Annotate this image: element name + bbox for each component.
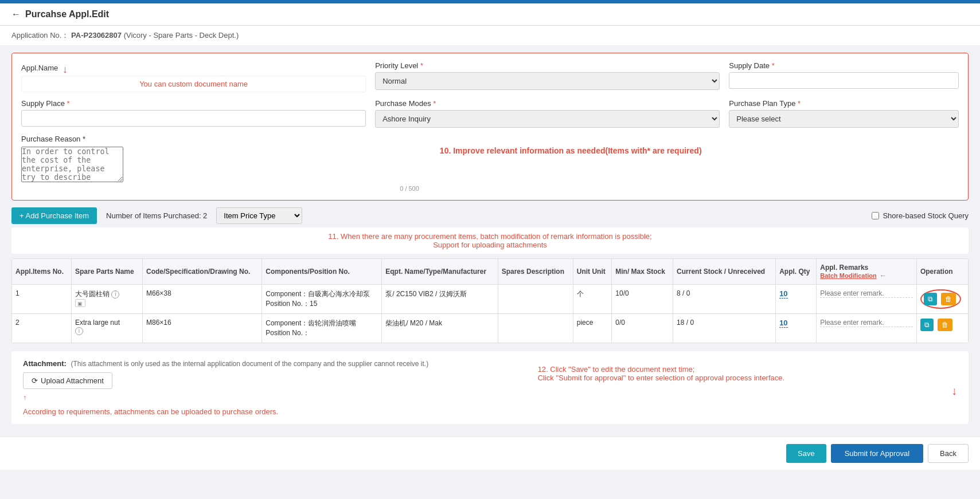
th-unit: Unit Unit <box>573 259 612 285</box>
purchase-plan-type-select[interactable]: Please select Plan A Plan B <box>729 110 959 128</box>
row1-eqpt: 泵/ 2C150 VIB2 / 汉姆沃斯 <box>382 285 498 314</box>
supply-date-label: Supply Date * <box>729 61 959 70</box>
row2-component: Component：齿轮润滑油喷嘴 Position No.： <box>262 314 382 343</box>
supply-place-input[interactable] <box>21 110 366 127</box>
row2-code: M86×16 <box>142 314 261 343</box>
th-min-max-stock: Min/ Max Stock <box>612 259 673 285</box>
table-row: 1 大号圆柱销 i ▣ M66×38 Component：自吸离心海水冷却泵 P… <box>12 285 969 314</box>
app-info: Application No.： PA-P23062807 (Vicory - … <box>0 26 980 46</box>
back-button[interactable]: Back <box>928 444 969 463</box>
info-icon[interactable]: i <box>111 290 119 298</box>
row2-min-max: 0/0 <box>612 314 673 343</box>
row2-delete-button[interactable]: 🗑 <box>938 319 952 331</box>
row1-appl-qty: 10 <box>776 285 817 314</box>
th-components-pos: Components/Position No. <box>262 259 382 285</box>
shore-stock-label: Shore-based Stock Query <box>883 211 969 220</box>
purchase-modes-select[interactable]: Ashore Inquiry On-board Purchase Other <box>375 110 720 128</box>
th-spares-desc: Spares Description <box>498 259 573 285</box>
row1-unit: 个 <box>573 285 612 314</box>
app-extra: (Vicory - Spare Parts - Deck Dept.) <box>124 31 239 40</box>
items-table: Appl.Items No. Spare Parts Name Code/Spe… <box>11 258 969 343</box>
row2-remark[interactable] <box>817 314 917 343</box>
note-12: 12. Click "Save" to edit the document ne… <box>538 365 957 398</box>
row2-no: 2 <box>12 314 72 343</box>
row1-code: M66×38 <box>142 285 261 314</box>
form-section: Appl.Name ↓ You can custom document name… <box>11 53 969 201</box>
supply-date-input[interactable]: 2023-07-28 <box>729 72 959 89</box>
shore-stock-checkbox[interactable] <box>872 212 879 219</box>
purchase-plan-type-label: Purchase Plan Type * <box>729 99 959 108</box>
priority-level-select[interactable]: Normal Urgent Very Urgent <box>375 72 720 90</box>
app-no: PA-P23062807 <box>71 31 122 40</box>
th-appl-remarks: Appl. Remarks Batch Modification ← <box>817 259 917 285</box>
th-current-stock: Current Stock / Unreceived <box>673 259 776 285</box>
bottom-note: According to requirements, attachments c… <box>23 407 526 416</box>
th-eqpt-name: Eqpt. Name/Type/Manufacturer <box>382 259 498 285</box>
row1-copy-button[interactable]: ⧉ <box>924 293 937 305</box>
table-row: 2 Extra large nut i M86×16 Component：齿轮润… <box>12 314 969 343</box>
save-button[interactable]: Save <box>786 444 826 463</box>
purchase-modes-label: Purchase Modes * <box>375 99 720 108</box>
attachment-note: (This attachment is only used as the int… <box>71 360 428 368</box>
image-icon[interactable]: ▣ <box>75 299 85 307</box>
row2-spare-parts: Extra large nut i <box>71 314 142 343</box>
row1-spares-desc <box>498 285 573 314</box>
row1-spare-parts: 大号圆柱销 i ▣ <box>71 285 142 314</box>
custom-name-hint: You can custom document name <box>21 76 366 92</box>
batch-modification-link[interactable]: Batch Modification <box>820 272 876 279</box>
th-appl-qty: Appl. Qty <box>776 259 817 285</box>
purchase-reason-label: Purchase Reason * <box>21 135 419 143</box>
row1-component: Component：自吸离心海水冷却泵 Position No.：15 <box>262 285 382 314</box>
add-purchase-item-button[interactable]: + Add Purchase Item <box>11 207 97 224</box>
upload-icon: ⟳ <box>32 376 38 385</box>
supply-place-label: Supply Place * <box>21 99 366 108</box>
row2-eqpt: 柴油机/ M20 / Mak <box>382 314 498 343</box>
row1-no: 1 <box>12 285 72 314</box>
row2-unit: piece <box>573 314 612 343</box>
item-price-type-select[interactable]: Item Price Type Fixed Price Market Price <box>216 207 302 224</box>
row2-copy-button[interactable]: ⧉ <box>920 319 934 331</box>
page-title: Purcahse Appl.Edit <box>25 9 109 19</box>
th-code-spec: Code/Specification/Drawing No. <box>142 259 261 285</box>
back-arrow-icon[interactable]: ← <box>11 9 21 19</box>
note-11: 11. When there are many procurement item… <box>328 232 651 249</box>
th-appl-items-no: Appl.Items No. <box>12 259 72 285</box>
appl-name-label: Appl.Name ↓ <box>21 61 366 73</box>
info-icon-2[interactable]: i <box>75 327 83 335</box>
footer-actions: Save Submit for Approval Back <box>0 437 980 470</box>
attachment-label: Attachment: <box>23 359 67 368</box>
char-count: 0 / 500 <box>21 185 419 192</box>
row1-remark-input[interactable] <box>820 289 913 298</box>
row2-appl-qty: 10 <box>776 314 817 343</box>
row1-remark[interactable] <box>817 285 917 314</box>
th-operation: Operation <box>916 259 968 285</box>
upload-attachment-button[interactable]: ⟳ Upload Attachment <box>23 372 112 389</box>
row2-spares-desc <box>498 314 573 343</box>
purchase-reason-textarea[interactable] <box>21 147 123 182</box>
submit-approval-button[interactable]: Submit for Approval <box>831 444 923 463</box>
row2-operations: ⧉ 🗑 <box>916 314 968 343</box>
row1-min-max: 10/0 <box>612 285 673 314</box>
row1-delete-button[interactable]: 🗑 <box>941 293 956 305</box>
note-10: 10. Improve relevant information as need… <box>440 146 702 155</box>
app-info-label: Application No.： <box>11 31 69 40</box>
row2-remark-input[interactable] <box>820 319 913 327</box>
th-spare-parts-name: Spare Parts Name <box>71 259 142 285</box>
items-count: Number of Items Purchased: 2 <box>106 211 207 220</box>
row1-operations: ⧉ 🗑 <box>916 285 968 314</box>
attachment-section: Attachment: (This attachment is only use… <box>11 351 969 424</box>
priority-level-label: Priority Level * <box>375 61 720 70</box>
row2-current-stock: 18 / 0 <box>673 314 776 343</box>
row1-current-stock: 8 / 0 <box>673 285 776 314</box>
